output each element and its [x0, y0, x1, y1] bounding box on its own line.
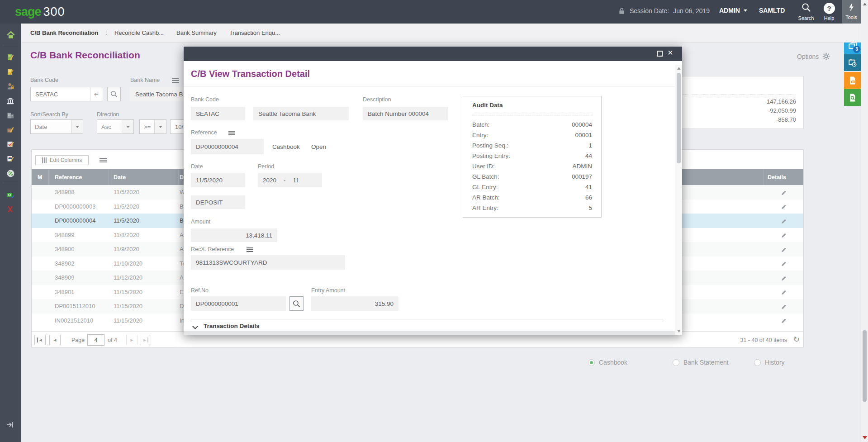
inventory-icon[interactable]	[6, 126, 15, 135]
column-header-date[interactable]: Date	[109, 169, 179, 185]
dialog-titlebar[interactable]: ×	[184, 47, 682, 61]
home-icon[interactable]	[6, 31, 15, 40]
chevron-down-icon[interactable]	[192, 323, 198, 329]
reference-menu-icon[interactable]	[228, 130, 235, 136]
column-header-match[interactable]: M	[32, 169, 49, 185]
transaction-inquiry-icon[interactable]	[6, 155, 15, 164]
scroll-down-icon[interactable]	[863, 436, 867, 439]
match-cell	[32, 285, 49, 299]
view-option-radio[interactable]: Bank Statement	[673, 359, 729, 366]
reconcile-statements-icon[interactable]	[6, 140, 15, 149]
details-cell[interactable]	[764, 299, 803, 314]
next-page-button[interactable]: ►	[126, 335, 138, 345]
sidebar-divider	[3, 183, 18, 183]
bank-entries-icon[interactable]	[6, 68, 15, 77]
help-button[interactable]: ? Help	[819, 3, 840, 21]
page-number-input[interactable]	[87, 334, 104, 346]
scroll-up-icon[interactable]	[677, 67, 681, 70]
reference-cell: DP0000000003	[49, 200, 109, 214]
scrollbar-thumb[interactable]	[863, 330, 867, 402]
details-cell[interactable]	[764, 314, 803, 328]
details-cell[interactable]	[764, 200, 803, 214]
window-scrollbar[interactable]	[861, 0, 868, 442]
dotted-divider	[472, 115, 592, 115]
bank-name-menu-icon[interactable]	[172, 78, 179, 83]
details-cell[interactable]	[764, 228, 803, 242]
bank-code-finder-button[interactable]	[107, 87, 121, 101]
sage-logo[interactable]: sage300	[15, 5, 65, 19]
edit-pencil-icon[interactable]	[781, 232, 787, 238]
last-page-button[interactable]: ►	[140, 335, 151, 345]
first-page-button[interactable]: ◄	[34, 335, 46, 345]
user-menu[interactable]: ADMIN	[719, 7, 747, 14]
match-cell	[32, 299, 49, 314]
bank-services-icon[interactable]	[6, 97, 15, 106]
chevron-down-icon	[122, 120, 133, 133]
user-security-icon[interactable]	[6, 82, 15, 91]
details-cell[interactable]	[764, 185, 803, 200]
grid-menu-icon[interactable]	[100, 157, 107, 163]
edit-pencil-icon[interactable]	[781, 289, 787, 295]
dialog-scrollbar[interactable]	[675, 65, 682, 335]
maximize-icon[interactable]	[657, 51, 663, 57]
edit-pencil-icon[interactable]	[781, 303, 787, 309]
breadcrumb-tab[interactable]: Bank Summary	[176, 29, 217, 36]
company-icon[interactable]	[6, 111, 15, 120]
recx-menu-icon[interactable]	[247, 247, 253, 252]
edit-pencil-icon[interactable]	[781, 189, 787, 195]
edit-pencil-icon[interactable]	[781, 317, 787, 323]
audit-row: Posting Seq.: 1	[472, 140, 592, 151]
details-cell[interactable]	[764, 214, 803, 228]
scrollbar-thumb[interactable]	[677, 73, 681, 163]
refresh-icon[interactable]: ↻	[793, 335, 800, 344]
transaction-details-section-toggle[interactable]: Transaction Details	[204, 323, 260, 329]
tools-button[interactable]: Tools	[842, 0, 861, 24]
breadcrumb-tab[interactable]: Transaction Enqu...	[229, 29, 280, 36]
reports-button[interactable]	[844, 72, 861, 89]
company-code[interactable]: SAMLTD	[759, 7, 785, 14]
recent-windows-button[interactable]	[844, 54, 861, 71]
audit-value: 000004	[572, 121, 592, 128]
discounts-icon[interactable]	[6, 169, 15, 178]
refno-finder-button[interactable]	[289, 296, 304, 311]
edit-pencil-icon[interactable]	[781, 203, 787, 209]
edit-pencil-icon[interactable]	[781, 275, 787, 281]
inquiry-button[interactable]	[844, 89, 861, 106]
close-session-icon[interactable]	[6, 205, 15, 214]
close-icon[interactable]: ×	[668, 48, 673, 58]
sidebar-divider	[3, 45, 18, 45]
edit-pencil-icon[interactable]	[781, 218, 787, 224]
search-button[interactable]: Search	[796, 3, 816, 21]
lock-icon	[618, 7, 626, 15]
column-header-reference[interactable]: Reference	[49, 169, 109, 185]
view-option-radio[interactable]: History	[754, 359, 785, 366]
sort-by-select[interactable]: Date	[30, 119, 83, 134]
collapse-sidebar-icon[interactable]	[5, 421, 14, 431]
dialog-title: C/B View Transaction Detail	[191, 69, 310, 79]
enter-icon[interactable]: ↵	[90, 87, 103, 101]
cashbook-entries-icon[interactable]	[6, 53, 15, 62]
page-title: C/B Bank Reconciliation	[30, 50, 140, 61]
money-icon[interactable]	[6, 191, 15, 200]
audit-row: Batch: 000004	[472, 119, 592, 130]
details-cell[interactable]	[764, 242, 803, 257]
bank-code-input[interactable]: SEATAC ↵	[30, 87, 103, 101]
details-cell[interactable]	[764, 271, 803, 285]
session-date-value: Jun 06, 2019	[673, 7, 710, 14]
operator-select[interactable]: >=	[139, 119, 166, 134]
view-option-radio[interactable]: Cashbook	[588, 359, 627, 366]
details-cell[interactable]	[764, 257, 803, 271]
breadcrumb-tab[interactable]: Reconcile Cashb...	[114, 29, 164, 36]
edit-columns-button[interactable]: Edit Columns	[35, 155, 89, 165]
edit-pencil-icon[interactable]	[781, 260, 787, 266]
direction-select[interactable]: Asc	[97, 119, 134, 134]
details-cell[interactable]	[764, 285, 803, 299]
edit-pencil-icon[interactable]	[781, 246, 787, 252]
column-header-details[interactable]: Details	[764, 169, 803, 185]
options-button[interactable]: Options	[797, 52, 830, 60]
scroll-up-icon[interactable]	[863, 3, 867, 5]
scroll-down-icon[interactable]	[677, 330, 681, 333]
breadcrumb-root[interactable]: C/B Bank Reconciliation	[30, 29, 98, 36]
recx-reference-label: RecX. Reference	[191, 246, 234, 252]
prev-page-button[interactable]: ◄	[49, 335, 61, 345]
